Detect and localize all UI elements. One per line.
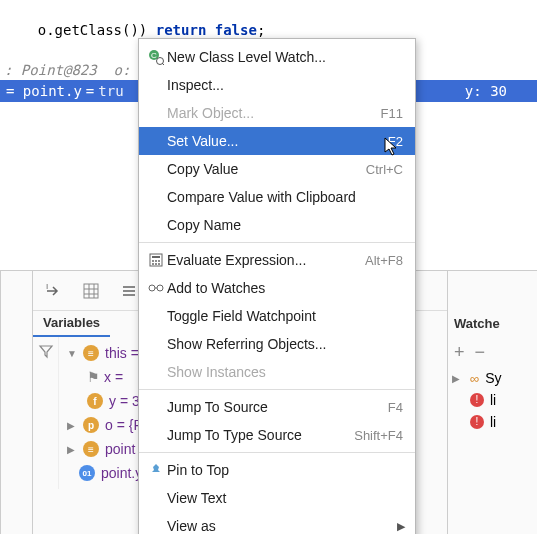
svg-point-9 bbox=[152, 263, 154, 265]
code-frag: o.getClass()) bbox=[38, 22, 156, 38]
menu-mark-object[interactable]: Mark Object... F11 bbox=[139, 99, 415, 127]
flag-icon: ⚑ bbox=[87, 369, 100, 385]
menu-label: Jump To Type Source bbox=[167, 427, 354, 443]
menu-label: Set Value... bbox=[167, 133, 388, 149]
param-badge-icon: p bbox=[83, 417, 99, 433]
svg-rect-23 bbox=[123, 294, 135, 296]
svg-point-13 bbox=[157, 285, 163, 291]
svg-rect-16 bbox=[84, 284, 98, 298]
menu-add-to-watches[interactable]: Add to Watches bbox=[139, 274, 415, 302]
svg-point-6 bbox=[152, 260, 154, 262]
mouse-cursor bbox=[384, 137, 400, 160]
menu-copy-value[interactable]: Copy Value Ctrl+C bbox=[139, 155, 415, 183]
menu-show-referring[interactable]: Show Referring Objects... bbox=[139, 330, 415, 358]
menu-show-instances[interactable]: Show Instances bbox=[139, 358, 415, 386]
watch-class-icon: C bbox=[145, 49, 167, 65]
caret-right-icon[interactable]: ▶ bbox=[452, 373, 464, 384]
watch-item-sy[interactable]: ▶ ∞ Sy bbox=[452, 367, 533, 389]
menu-set-value[interactable]: Set Value... F2 bbox=[139, 127, 415, 155]
tab-watches[interactable]: Watche bbox=[452, 311, 533, 337]
menu-view-text[interactable]: View Text bbox=[139, 484, 415, 512]
menu-label: Copy Value bbox=[167, 161, 366, 177]
highlight-code: = point.y bbox=[6, 83, 82, 99]
svg-rect-21 bbox=[123, 286, 135, 288]
watch-item-li1[interactable]: ! li bbox=[452, 389, 533, 411]
menu-new-class-watch[interactable]: C New Class Level Watch... bbox=[139, 43, 415, 71]
debugger-watches-pane: Watche + − ▶ ∞ Sy ! li ! li bbox=[447, 271, 537, 534]
svg-point-7 bbox=[155, 260, 157, 262]
keyword-return: return bbox=[156, 22, 215, 38]
menu-inspect[interactable]: Inspect... bbox=[139, 71, 415, 99]
menu-copy-name[interactable]: Copy Name bbox=[139, 211, 415, 239]
svg-point-10 bbox=[155, 263, 157, 265]
svg-text:I: I bbox=[46, 282, 48, 291]
menu-label: New Class Level Watch... bbox=[167, 49, 403, 65]
submenu-arrow-icon: ▶ bbox=[397, 520, 405, 533]
inline-value-y: y: 30 bbox=[465, 83, 507, 99]
watches-toolbar: + − bbox=[452, 337, 533, 367]
field-badge-icon: f bbox=[87, 393, 103, 409]
svg-point-8 bbox=[158, 260, 160, 262]
menu-label: Toggle Field Watchpoint bbox=[167, 308, 403, 324]
svg-rect-5 bbox=[152, 256, 160, 258]
grid-icon[interactable] bbox=[77, 277, 105, 305]
svg-point-11 bbox=[158, 263, 160, 265]
menu-label: Evaluate Expression... bbox=[167, 252, 365, 268]
caret-down-icon[interactable]: ▼ bbox=[67, 348, 79, 359]
menu-label: Pin to Top bbox=[167, 462, 403, 478]
menu-shortcut: Shift+F4 bbox=[354, 428, 403, 443]
menu-label: Show Referring Objects... bbox=[167, 336, 403, 352]
watch-label: li bbox=[490, 414, 496, 430]
menu-shortcut: F4 bbox=[388, 400, 403, 415]
menu-separator bbox=[139, 242, 415, 243]
filter-icon[interactable] bbox=[38, 343, 54, 489]
menu-separator bbox=[139, 389, 415, 390]
menu-label: Jump To Source bbox=[167, 399, 388, 415]
svg-point-12 bbox=[149, 285, 155, 291]
menu-label: View as bbox=[167, 518, 403, 534]
menu-pin-to-top[interactable]: Pin to Top bbox=[139, 456, 415, 484]
caret-right-icon[interactable]: ▶ bbox=[67, 444, 79, 455]
keyword-false: false bbox=[215, 22, 257, 38]
menu-compare-clipboard[interactable]: Compare Value with Clipboard bbox=[139, 183, 415, 211]
highlight-tru: tru bbox=[98, 83, 123, 99]
var-label: x = bbox=[104, 369, 123, 385]
context-menu: C New Class Level Watch... Inspect... Ma… bbox=[138, 38, 416, 534]
menu-label: Compare Value with Clipboard bbox=[167, 189, 403, 205]
svg-line-3 bbox=[162, 63, 164, 65]
menu-separator bbox=[139, 452, 415, 453]
caret-right-icon[interactable]: ▶ bbox=[67, 420, 79, 431]
menu-jump-to-type-source[interactable]: Jump To Type Source Shift+F4 bbox=[139, 421, 415, 449]
error-dot-icon: ! bbox=[470, 415, 484, 429]
link-icon: ∞ bbox=[470, 371, 479, 386]
menu-label: Add to Watches bbox=[167, 280, 403, 296]
menu-shortcut: F11 bbox=[381, 106, 403, 121]
menu-label: View Text bbox=[167, 490, 403, 506]
menu-view-as[interactable]: View as ▶ bbox=[139, 512, 415, 534]
code-frag: ; bbox=[257, 22, 265, 38]
menu-label: Show Instances bbox=[167, 364, 403, 380]
menu-label: Mark Object... bbox=[167, 105, 381, 121]
tab-variables[interactable]: Variables bbox=[33, 311, 110, 337]
var-label: point.y bbox=[101, 465, 142, 481]
watch-item-li2[interactable]: ! li bbox=[452, 411, 533, 433]
menu-evaluate-expression[interactable]: Evaluate Expression... Alt+F8 bbox=[139, 246, 415, 274]
svg-rect-22 bbox=[123, 290, 135, 292]
highlight-eq: = bbox=[86, 83, 94, 99]
error-dot-icon: ! bbox=[470, 393, 484, 407]
svg-text:C: C bbox=[151, 51, 157, 60]
menu-jump-to-source[interactable]: Jump To Source F4 bbox=[139, 393, 415, 421]
menu-shortcut: Ctrl+C bbox=[366, 162, 403, 177]
filter-column bbox=[33, 337, 59, 489]
menu-shortcut: Alt+F8 bbox=[365, 253, 403, 268]
navigate-to-icon[interactable]: I bbox=[39, 277, 67, 305]
var-label: y = 3 bbox=[109, 393, 140, 409]
debugger-left-gutter bbox=[0, 271, 32, 534]
pin-icon bbox=[145, 463, 167, 477]
watch-label: li bbox=[490, 392, 496, 408]
calculator-icon bbox=[145, 253, 167, 267]
remove-watch-button[interactable]: − bbox=[475, 342, 486, 363]
menu-toggle-field-watchpoint[interactable]: Toggle Field Watchpoint bbox=[139, 302, 415, 330]
watch-label: Sy bbox=[485, 370, 501, 386]
add-watch-button[interactable]: + bbox=[454, 342, 465, 363]
